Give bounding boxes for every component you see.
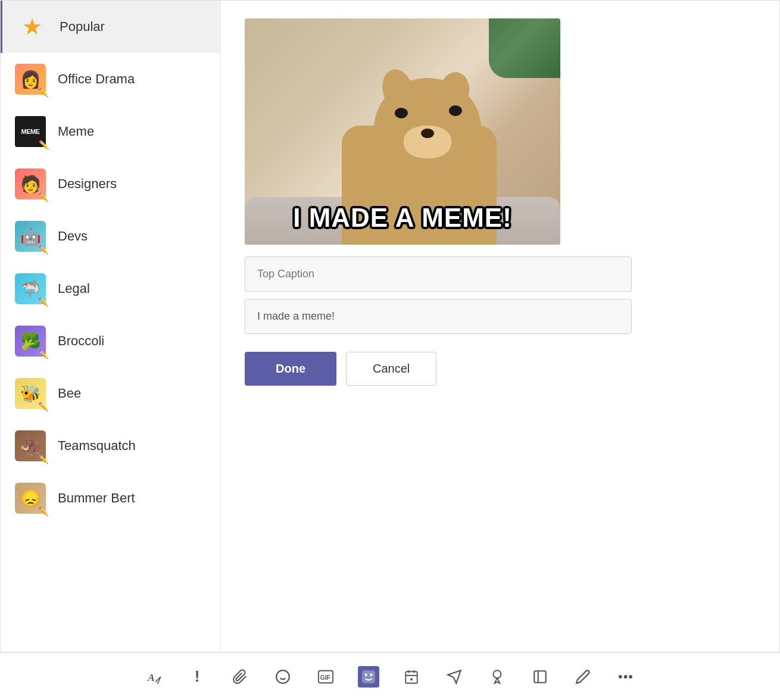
done-button[interactable]: Done — [245, 352, 336, 386]
svg-rect-11 — [405, 671, 417, 683]
svg-point-3 — [276, 670, 289, 683]
message-toolbar: A ! GIF — [0, 652, 780, 700]
sidebar-label-bummer-bert: Bummer Bert — [58, 490, 135, 506]
format-text-button[interactable]: A — [143, 666, 165, 688]
sidebar-label-broccoli: Broccoli — [58, 333, 104, 349]
schedule-meeting-button[interactable] — [401, 666, 422, 688]
sidebar-label-devs: Devs — [58, 229, 88, 244]
sticker-pack-sidebar: ★ Popular 👩 Office Drama MEME Meme — [1, 1, 221, 652]
attach-file-button[interactable] — [229, 666, 251, 688]
whiteboard-button[interactable] — [572, 666, 594, 688]
svg-point-10 — [370, 673, 372, 676]
office-drama-icon: 👩 — [15, 64, 46, 95]
praise-button[interactable] — [486, 666, 508, 688]
svg-rect-8 — [362, 670, 375, 683]
devs-icon: 🤖 — [15, 221, 46, 252]
sidebar-item-designers[interactable]: 🧑 Designers — [1, 158, 220, 210]
sidebar-item-legal[interactable]: 🦈 Legal — [1, 262, 220, 315]
meme-icon: MEME — [15, 116, 46, 147]
sidebar-label-legal: Legal — [58, 281, 90, 296]
meme-preview-image: I MADE A MEME! — [245, 18, 560, 245]
sticker-button[interactable] — [358, 666, 379, 688]
bottom-caption-input[interactable] — [245, 299, 632, 334]
sidebar-item-devs[interactable]: 🤖 Devs — [1, 210, 220, 262]
broccoli-icon: 🥦 — [15, 326, 46, 357]
meme-action-buttons: Done Cancel — [245, 352, 756, 386]
svg-marker-17 — [448, 670, 461, 683]
svg-text:GIF: GIF — [320, 674, 330, 680]
designers-icon: 🧑 — [15, 168, 46, 199]
popular-icon: ★ — [17, 11, 48, 42]
sidebar-label-teamsquatch: Teamsquatch — [58, 438, 136, 454]
sidebar-label-office-drama: Office Drama — [58, 71, 135, 87]
sidebar-item-teamsquatch[interactable]: 🦣 Teamsquatch — [1, 420, 220, 472]
meme-editor-content: I MADE A MEME! Done Cancel — [221, 1, 779, 652]
meme-caption-inputs — [245, 257, 632, 334]
loop-button[interactable] — [529, 666, 551, 688]
send-button[interactable] — [444, 666, 465, 688]
sidebar-label-bee: Bee — [58, 386, 81, 401]
sidebar-item-bummer-bert[interactable]: 😞 Bummer Bert — [1, 472, 220, 524]
gif-button[interactable]: GIF — [315, 666, 336, 688]
sidebar-label-meme: Meme — [58, 124, 94, 139]
more-options-button[interactable]: ••• — [615, 666, 637, 688]
sidebar-item-broccoli[interactable]: 🥦 Broccoli — [1, 315, 220, 367]
sidebar-item-meme[interactable]: MEME Meme — [1, 105, 220, 158]
svg-text:A: A — [147, 671, 155, 683]
bummer-bert-icon: 😞 — [15, 483, 46, 514]
teamsquatch-icon: 🦣 — [15, 430, 46, 461]
sidebar-item-popular[interactable]: ★ Popular — [1, 1, 220, 53]
emoji-button[interactable] — [272, 666, 294, 688]
bee-icon: 🐝 — [15, 378, 46, 409]
sidebar-item-bee[interactable]: 🐝 Bee — [1, 367, 220, 420]
top-caption-input[interactable] — [245, 257, 632, 292]
important-button[interactable]: ! — [186, 666, 208, 688]
svg-rect-19 — [534, 671, 546, 683]
sidebar-label-designers: Designers — [58, 176, 117, 192]
sidebar-label-popular: Popular — [60, 19, 105, 35]
meme-caption-text: I MADE A MEME! — [245, 203, 560, 233]
cancel-button[interactable]: Cancel — [346, 352, 436, 386]
sidebar-item-office-drama[interactable]: 👩 Office Drama — [1, 53, 220, 105]
svg-point-9 — [365, 673, 367, 676]
legal-icon: 🦈 — [15, 273, 46, 304]
